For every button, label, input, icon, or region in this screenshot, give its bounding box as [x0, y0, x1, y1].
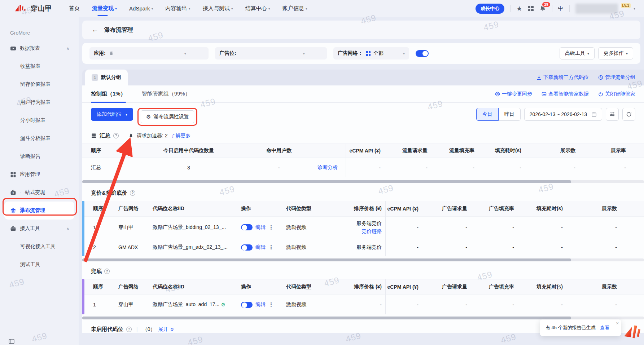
ad-slot-filter-select[interactable]: 广告位: ▾: [215, 47, 327, 59]
view-smart-butler-data-link[interactable]: 查看智能管家数据: [542, 91, 589, 97]
col-traffic-fill-rate: 流量填充率: [438, 147, 485, 154]
edit-link[interactable]: 编辑: [255, 301, 266, 308]
chevron-up-icon[interactable]: ∧: [66, 226, 69, 231]
nav-adspark[interactable]: AdSpark▾: [129, 0, 153, 17]
more-actions-button[interactable]: 更多操作▾: [598, 47, 633, 59]
chevron-down-icon: ▾: [626, 52, 628, 56]
nav-integration-test[interactable]: 接入与测试▾: [203, 0, 233, 17]
nav-billing-center[interactable]: 结算中心▾: [245, 0, 270, 17]
sidebar-item-hourly-report[interactable]: 分小时报表: [4, 111, 74, 129]
waterfall-card: 1 默认分组 下载新增三方代码位 管理流量分组 控制组（1%） 智能管家组（99…: [82, 70, 644, 333]
sidebar-item-one-stop-monetization[interactable]: ¥ 一站式变现: [4, 183, 74, 202]
nav-account-info[interactable]: 账户信息▾: [282, 0, 307, 17]
col-impression-rate: 展示率: [627, 205, 644, 212]
scrollbar-thumb[interactable]: [82, 258, 571, 261]
report-chart-icon: [10, 45, 16, 52]
refresh-button[interactable]: [622, 108, 635, 121]
sidebar-item-funnel-report[interactable]: 漏斗分析报表: [4, 129, 74, 147]
date-range-picker[interactable]: 2026-02-13 ~ 2026-02-13: [524, 108, 602, 121]
unused-count: （0）: [143, 326, 155, 333]
col-ad-requests: 广告请求量: [429, 205, 477, 212]
row-toggle[interactable]: [241, 302, 253, 308]
question-icon[interactable]: ?: [130, 190, 135, 196]
edit-link[interactable]: 编辑: [255, 224, 266, 231]
star-icon[interactable]: ★: [516, 5, 522, 12]
tab-control-group[interactable]: 控制组（1%）: [91, 85, 126, 103]
chevron-down-icon: ▾: [306, 6, 307, 10]
apps-grid-icon[interactable]: [528, 6, 534, 11]
notifications-bell[interactable]: 29: [539, 5, 546, 13]
expand-link[interactable]: 展开: [158, 326, 174, 333]
sidebar-item-test-tool[interactable]: 测试工具: [4, 256, 74, 274]
edit-link[interactable]: 编辑: [255, 244, 266, 251]
growth-center-button[interactable]: 成长中心: [476, 4, 504, 14]
kebab-menu-icon[interactable]: ⋮: [268, 301, 274, 308]
logo-text: 穿山甲: [31, 4, 52, 13]
chevron-down-icon: ▾: [587, 52, 589, 56]
card-body: 控制组（1%） 智能管家组（99%） 一键变更同步 查看智能管家数据 关闭智能管…: [82, 85, 644, 333]
sidebar-item-revenue-report[interactable]: 收益报表: [4, 57, 74, 75]
download-third-party-codes-link[interactable]: 下载新增三方代码位: [536, 74, 589, 81]
sidebar-item-user-behavior-report[interactable]: 用户行为报表: [4, 93, 74, 111]
sidebar-item-retention-value-report[interactable]: 留存价值报表: [4, 75, 74, 93]
divider: [569, 5, 570, 12]
col-ad-unit-name: 代码位名称/ID: [153, 284, 241, 290]
nav-home[interactable]: 首页: [69, 0, 80, 17]
back-arrow-icon[interactable]: ←: [92, 26, 98, 34]
advanced-tools-button[interactable]: 高级工具▾: [560, 47, 595, 59]
horizontal-scrollbar[interactable]: [82, 180, 644, 183]
waterfall-settings-button[interactable]: ⚙ 瀑布流属性设置: [141, 110, 194, 123]
sidebar-collapse-icon[interactable]: [9, 339, 14, 345]
scrollbar-thumb[interactable]: [82, 317, 571, 319]
subtab-bar: 控制组（1%） 智能管家组（99%） 一键变更同步 查看智能管家数据 关闭智能管…: [82, 85, 644, 103]
ad-slot-filter-label: 广告位:: [219, 50, 236, 57]
kebab-menu-icon[interactable]: ⋮: [268, 244, 274, 251]
today-button[interactable]: 今日: [476, 108, 499, 121]
row-toggle[interactable]: [241, 244, 253, 251]
yesterday-button[interactable]: 昨日: [499, 108, 521, 121]
sidebar-item-integration-tools[interactable]: 接入工具 ∧: [4, 220, 74, 238]
sidebar-item-data-reports[interactable]: 数据报表 ∧: [4, 39, 74, 57]
actions-row: 添加代码位▾ ⚙ 瀑布流属性设置 今日 昨日 2026-02-13 ~ 2026…: [82, 103, 644, 126]
sidebar-item-app-management[interactable]: 应用管理: [4, 165, 74, 183]
filter-toggle[interactable]: [416, 50, 429, 57]
close-icon[interactable]: ×: [616, 320, 619, 326]
horizontal-scrollbar[interactable]: [82, 317, 644, 319]
tab-default-group[interactable]: 1 默认分组: [85, 70, 128, 85]
auto-gear-icon[interactable]: ⚙: [221, 302, 225, 308]
account-menu[interactable]: LV.1 ▾: [575, 4, 636, 14]
nav-monetization[interactable]: 流量变现▾: [92, 0, 117, 17]
sliders-icon: [609, 111, 615, 117]
tab-smart-butler-group[interactable]: 智能管家组（99%）: [142, 85, 190, 103]
scrollbar-thumb[interactable]: [82, 180, 571, 183]
bidding-link[interactable]: 竞价链路: [362, 228, 382, 235]
language-switch[interactable]: 中: [558, 5, 564, 12]
diagnosis-analysis-link[interactable]: 诊断分析: [310, 164, 346, 171]
app-filter-select[interactable]: 应用: ▾: [89, 47, 209, 59]
manage-traffic-groups-link[interactable]: 管理流量分组: [598, 74, 635, 81]
chevron-up-icon[interactable]: ∧: [66, 46, 69, 51]
sidebar-item-waterfall-management[interactable]: 瀑布流管理: [4, 202, 74, 220]
horizontal-scrollbar[interactable]: [82, 258, 644, 261]
nav-content-output[interactable]: 内容输出▾: [166, 0, 190, 17]
question-icon[interactable]: ?: [104, 269, 110, 274]
chevron-down-icon: ▾: [184, 52, 186, 56]
add-ad-unit-button[interactable]: 添加代码位▾: [91, 108, 133, 121]
pangle-corner-logo[interactable]: [623, 322, 643, 344]
sidebar-item-visual-integration-tool[interactable]: 可视化接入工具: [4, 238, 74, 256]
kebab-menu-icon[interactable]: ⋮: [268, 224, 274, 231]
question-icon[interactable]: ?: [113, 133, 119, 138]
sidebar-item-diagnosis-report[interactable]: 诊断报告: [4, 147, 74, 165]
close-smart-butler-link[interactable]: 关闭智能管家: [598, 91, 635, 97]
row-toggle[interactable]: [241, 224, 253, 230]
main-nav: 首页 流量变现▾ AdSpark▾ 内容输出▾ 接入与测试▾ 结算中心▾ 账户信…: [69, 0, 307, 17]
app-logo[interactable]: 穿山甲: [14, 4, 52, 13]
col-ad-unit-name: 代码位名称/ID: [153, 205, 241, 212]
col-seq: 顺序: [82, 205, 118, 212]
column-settings-button[interactable]: [606, 108, 619, 121]
learn-more-link[interactable]: 了解更多: [171, 133, 191, 139]
one-click-sync-link[interactable]: 一键变更同步: [495, 91, 532, 97]
question-icon[interactable]: ?: [126, 327, 132, 332]
view-reports-link[interactable]: 查看: [600, 324, 609, 331]
ad-network-filter-select[interactable]: 广告网络： 全部 ▾: [333, 47, 409, 59]
